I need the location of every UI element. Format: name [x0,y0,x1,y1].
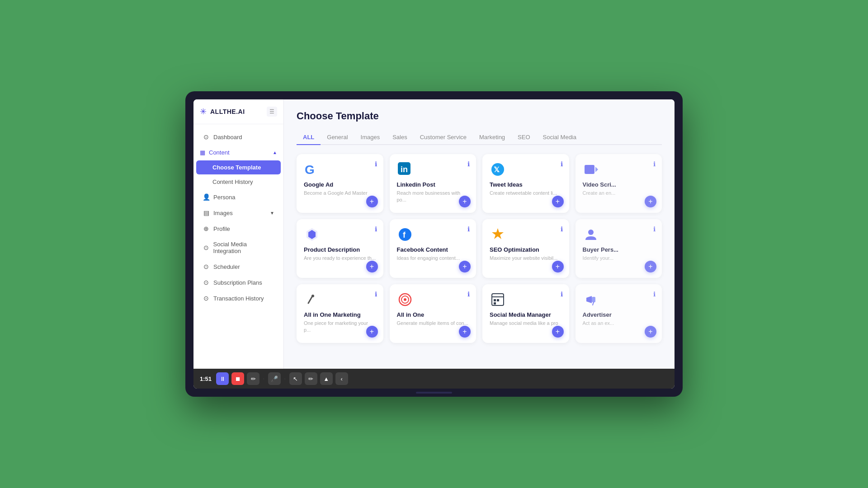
tab-seo[interactable]: SEO [511,130,536,145]
sidebar-logo: ✳ ALLTHE.AI ☰ [193,99,283,124]
scheduler-icon: ⊙ [203,263,210,270]
sidebar-item-transaction[interactable]: ⊙ Transaction History [196,291,281,306]
template-card-social-manager[interactable]: Social Media Manager Manage social media… [482,284,569,343]
marketing-info-icon[interactable]: ℹ [375,291,377,298]
seo-icon [490,226,506,243]
template-card-tweet[interactable]: 𝕏 Tweet Ideas Create retweetable content… [482,154,569,213]
persona-label: Persona [213,194,235,201]
google-ad-info-icon[interactable]: ℹ [375,160,377,168]
tab-marketing[interactable]: Marketing [473,130,511,145]
sidebar-item-content[interactable]: ▦ Content ▲ [193,145,283,160]
draw-button[interactable]: ✏ [305,372,317,385]
images-chevron: ▼ [270,211,274,216]
arrow-button[interactable]: ↖ [289,372,302,385]
stop-button[interactable]: ⏹ [231,372,244,385]
advertiser-add-button[interactable]: + [645,326,656,338]
template-card-video[interactable]: Video Scri... Create an en... ℹ + [576,154,662,213]
social-manager-add-button[interactable]: + [552,326,564,338]
buyer-info-icon[interactable]: ℹ [653,225,656,233]
template-card-all-in-one[interactable]: All in One Generate multiple items of co… [390,284,476,343]
seo-info-icon[interactable]: ℹ [561,225,563,233]
tab-images[interactable]: Images [354,130,387,145]
social-manager-info-icon[interactable]: ℹ [561,291,563,298]
svg-line-13 [308,297,312,303]
product-add-button[interactable]: + [366,261,378,272]
sidebar-item-profile[interactable]: ⊕ Profile [196,221,281,236]
tool-button-1[interactable]: ✏ [247,372,259,385]
laptop-base [193,389,675,397]
sidebar-item-scheduler[interactable]: ⊙ Scheduler [196,259,281,274]
sidebar-item-subscription[interactable]: ⊙ Subscription Plans [196,275,281,290]
buyer-add-button[interactable]: + [645,261,656,272]
svg-rect-23 [592,297,595,302]
template-card-buyer[interactable]: Buyer Pers... Identify your... ℹ + [576,219,662,278]
sidebar-item-persona[interactable]: 👤 Persona [196,189,281,205]
svg-rect-20 [494,299,496,301]
marketing-add-button[interactable]: + [366,326,378,338]
tab-customer-service[interactable]: Customer Service [414,130,473,145]
google-ad-desc: Become a Google Ad Master [304,190,376,206]
pause-button[interactable]: ⏸ [216,372,229,385]
tab-bar: ALL General Images Sales Customer Servic… [297,130,662,145]
sidebar-item-images[interactable]: ▤ Images ▼ [196,205,281,221]
video-name: Video Scri... [583,181,655,188]
tweet-info-icon[interactable]: ℹ [561,160,563,168]
buyer-icon [583,226,599,243]
app-shell: ✳ ALLTHE.AI ☰ ⊙ Dashboard ▦ Content ▲ [193,99,675,369]
highlight-button[interactable]: ▲ [320,372,333,385]
linkedin-info-icon[interactable]: ℹ [467,160,470,168]
seo-add-button[interactable]: + [552,261,564,272]
all-in-one-desc: Generate multiple items of con... [397,320,469,336]
template-card-facebook[interactable]: f Facebook Content Ideas for engaging co… [390,219,476,278]
advertiser-icon [583,291,599,308]
all-in-one-add-button[interactable]: + [459,326,471,338]
seo-desc: Maximize your website visibil... [490,255,562,271]
svg-rect-21 [497,299,499,301]
tab-general[interactable]: General [321,130,354,145]
more-button[interactable]: ‹ [335,372,348,385]
product-name: Product Description [304,246,376,253]
svg-marker-6 [595,167,598,172]
template-card-linkedin[interactable]: in Linkedin Post Reach more businesses w… [390,154,476,213]
sidebar-item-content-history[interactable]: Content History [196,175,281,189]
tweet-add-button[interactable]: + [552,196,564,207]
sidebar-item-social-media-integration[interactable]: ⊙ Social Media Integration [196,237,281,258]
svg-rect-5 [585,165,594,174]
tab-all[interactable]: ALL [297,130,321,145]
linkedin-add-button[interactable]: + [459,196,471,207]
toolbar-separator: · [263,376,264,381]
logo-text: ALLTHE.AI [210,108,245,115]
video-add-button[interactable]: + [645,196,656,207]
all-in-one-name: All in One [397,311,469,318]
profile-icon: ⊕ [203,225,210,232]
content-icon: ▦ [200,149,205,156]
sidebar: ✳ ALLTHE.AI ☰ ⊙ Dashboard ▦ Content ▲ [193,99,284,369]
svg-rect-22 [494,302,496,305]
video-info-icon[interactable]: ℹ [653,160,656,168]
tab-social-media[interactable]: Social Media [537,130,583,145]
facebook-info-icon[interactable]: ℹ [467,225,470,233]
menu-button[interactable]: ☰ [267,107,277,117]
mic-button[interactable]: 🎤 [268,372,281,385]
all-in-one-icon [397,291,413,308]
laptop-frame: ✳ ALLTHE.AI ☰ ⊙ Dashboard ▦ Content ▲ [185,91,683,397]
sidebar-item-content-label: Content [209,149,230,156]
facebook-name: Facebook Content [397,246,469,253]
all-in-one-info-icon[interactable]: ℹ [467,291,470,298]
template-card-advertiser[interactable]: Advertiser Act as an ex... ℹ + [576,284,662,343]
template-card-marketing[interactable]: All in One Marketing One piece for marke… [297,284,383,343]
template-card-seo[interactable]: SEO Optimization Maximize your website v… [482,219,569,278]
google-ad-add-button[interactable]: + [366,196,378,207]
page-title: Choose Template [297,110,662,122]
product-info-icon[interactable]: ℹ [375,225,377,233]
advertiser-info-icon[interactable]: ℹ [653,291,656,298]
sidebar-item-choose-template[interactable]: Choose Template [196,160,281,174]
template-card-google-ad[interactable]: G Google Ad Become a Google Ad Master ℹ … [297,154,383,213]
video-icon [583,161,599,178]
template-card-product[interactable]: Product Description Are you ready to exp… [297,219,383,278]
images-icon: ▤ [203,209,210,216]
tab-sales[interactable]: Sales [386,130,414,145]
facebook-add-button[interactable]: + [459,261,471,272]
transaction-label: Transaction History [213,295,264,302]
sidebar-item-dashboard[interactable]: ⊙ Dashboard [196,129,281,145]
